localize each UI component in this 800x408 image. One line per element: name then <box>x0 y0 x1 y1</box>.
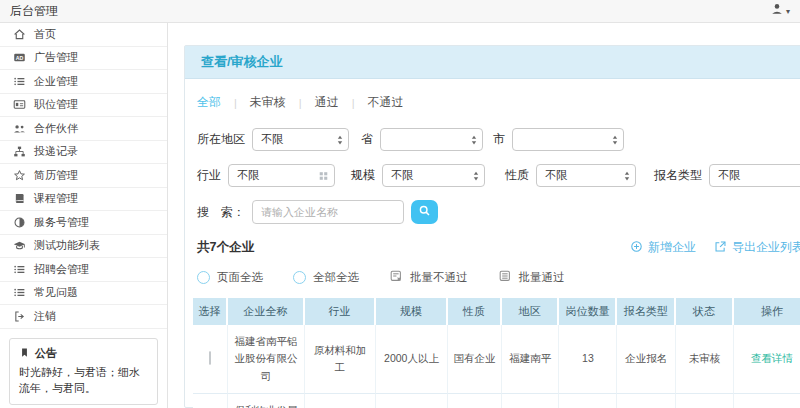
area-select[interactable]: 不限 <box>252 128 349 151</box>
bulk-reject-button[interactable]: 批量不通过 <box>389 269 468 285</box>
tab-separator: | <box>299 97 302 109</box>
sidebar-item-test-functions[interactable]: 测试功能列表 <box>0 235 167 259</box>
nature-cell: 国有企业 <box>448 325 502 394</box>
tab-approved[interactable]: 通过 <box>315 94 339 111</box>
list-icon <box>12 263 26 276</box>
adjust-icon <box>12 216 26 229</box>
sidebar-item-service-accounts[interactable]: 服务号管理 <box>0 211 167 235</box>
scale-cell: 2000人以上 <box>376 325 448 394</box>
export-enterprise-list-button[interactable]: 导出企业列表 <box>714 239 800 256</box>
region-cell: 福建南平 <box>502 325 559 394</box>
book-icon <box>12 192 26 205</box>
sidebar-item-partners[interactable]: 合作伙伴 <box>0 117 167 141</box>
area-label: 所在地区 <box>197 131 245 148</box>
enterprise-table: 选择 企业全称 行业 规模 性质 地区 岗位数量 报名类型 状态 操作 <box>193 298 800 408</box>
select-caret-icon <box>471 169 481 183</box>
industry-input[interactable]: 不限 <box>228 164 335 187</box>
bulk-approve-label: 批量通过 <box>519 270 565 285</box>
graduation-cap-icon <box>12 239 26 252</box>
sidebar-item-ads[interactable]: AD 广告管理 <box>0 47 167 71</box>
select-all-page-label: 页面全选 <box>217 270 263 285</box>
select-caret-icon <box>610 133 620 147</box>
sidebar-item-home[interactable]: 首页 <box>0 23 167 47</box>
ad-icon: AD <box>12 51 26 64</box>
status-tabs: 全部 | 未审核 | 通过 | 不通过 <box>197 94 800 111</box>
area-select-value: 不限 <box>261 132 283 147</box>
nature-select-value: 不限 <box>545 168 567 183</box>
nature-select[interactable]: 不限 <box>536 164 636 187</box>
province-select[interactable] <box>380 128 483 151</box>
panel-title: 查看/审核企业 <box>201 53 283 71</box>
sidebar-item-resumes[interactable]: 简历管理 <box>0 164 167 188</box>
sidebar-item-label: 首页 <box>34 27 56 42</box>
province-label: 省 <box>361 131 373 148</box>
sidebar-item-positions[interactable]: 职位管理 <box>0 94 167 118</box>
radio-icon <box>293 271 306 284</box>
sidebar: 首页 AD 广告管理 企业管理 职位管理 合作伙伴 投递记录 <box>0 23 168 408</box>
top-navbar: 后台管理 ▾ <box>0 0 800 23</box>
search-icon <box>418 204 431 220</box>
tab-separator: | <box>352 97 355 109</box>
bulk-actions-row: 页面全选 全部全选 批量不通过 批量通过 <box>197 269 800 285</box>
sidebar-item-label: 服务号管理 <box>34 215 89 230</box>
select-caret-icon <box>335 133 345 147</box>
col-region: 地区 <box>502 298 559 325</box>
bookmark-icon <box>19 347 30 360</box>
industry-cell: 原材料和加工 <box>305 325 377 394</box>
sidebar-item-label: 职位管理 <box>34 97 78 112</box>
col-reg-type: 报名类型 <box>617 298 676 325</box>
sidebar-item-label: 广告管理 <box>34 50 78 65</box>
row-checkbox[interactable] <box>209 351 211 365</box>
tab-separator: | <box>234 97 237 109</box>
industry-label: 行业 <box>197 167 221 184</box>
sidebar-item-job-fairs[interactable]: 招聘会管理 <box>0 258 167 282</box>
enterprise-count: 共7个企业 <box>197 239 254 256</box>
sidebar-item-faq[interactable]: 常见问题 <box>0 282 167 306</box>
export-icon <box>714 240 727 256</box>
panel-header: 查看/审核企业 <box>185 46 800 79</box>
user-icon <box>770 2 784 20</box>
reg-type-label: 报名类型 <box>654 167 702 184</box>
chevron-down-icon: ▾ <box>786 7 790 16</box>
select-all-page-radio[interactable]: 页面全选 <box>197 270 263 285</box>
filter-row-location: 所在地区 不限 省 市 <box>197 128 800 151</box>
nature-cell: 国有企业 <box>448 394 502 408</box>
plus-circle-icon <box>630 240 643 256</box>
view-details-link[interactable]: 查看详情 <box>751 352 793 364</box>
sidebar-item-deliveries[interactable]: 投递记录 <box>0 141 167 165</box>
reg-type-select[interactable]: 不限 <box>709 164 800 187</box>
add-enterprise-button[interactable]: 新增企业 <box>630 239 696 256</box>
search-button[interactable] <box>411 200 438 224</box>
status-cell: 未审核 <box>676 394 734 408</box>
tab-rejected[interactable]: 不通过 <box>368 94 404 111</box>
sidebar-item-logout[interactable]: 注销 <box>0 305 167 329</box>
search-label: 搜 索： <box>197 204 245 221</box>
select-caret-icon <box>622 169 632 183</box>
scale-select-value: 不限 <box>391 168 413 183</box>
col-select: 选择 <box>193 298 228 325</box>
status-cell: 未审核 <box>676 325 734 394</box>
bulk-approve-button[interactable]: 批量通过 <box>498 269 565 285</box>
col-scale: 规模 <box>376 298 448 325</box>
announcement-text: 时光静好，与君语；细水流年，与君同。 <box>19 364 148 397</box>
select-all-label: 全部全选 <box>313 270 359 285</box>
scale-select[interactable]: 不限 <box>382 164 485 187</box>
review-panel: 查看/审核企业 全部 | 未审核 | 通过 | 不通过 所 <box>184 45 800 408</box>
industry-cell: 物业管理 <box>305 394 377 408</box>
tab-all[interactable]: 全部 <box>197 94 221 111</box>
sidebar-item-enterprises[interactable]: 企业管理 <box>0 70 167 94</box>
home-icon <box>12 28 26 41</box>
search-input[interactable] <box>252 200 404 224</box>
sidebar-item-courses[interactable]: 课程管理 <box>0 188 167 212</box>
select-all-radio[interactable]: 全部全选 <box>293 270 359 285</box>
id-card-icon <box>12 98 26 111</box>
tab-unreviewed[interactable]: 未审核 <box>250 94 286 111</box>
user-menu-button[interactable]: ▾ <box>770 2 790 20</box>
city-select[interactable] <box>512 128 624 151</box>
table-header-row: 选择 企业全称 行业 规模 性质 地区 岗位数量 报名类型 状态 操作 <box>193 298 800 325</box>
positions-cell: 13 <box>559 325 617 394</box>
col-actions: 操作 <box>734 298 800 325</box>
announcement-title: 公告 <box>35 346 57 361</box>
star-icon <box>12 169 26 182</box>
col-positions: 岗位数量 <box>559 298 617 325</box>
